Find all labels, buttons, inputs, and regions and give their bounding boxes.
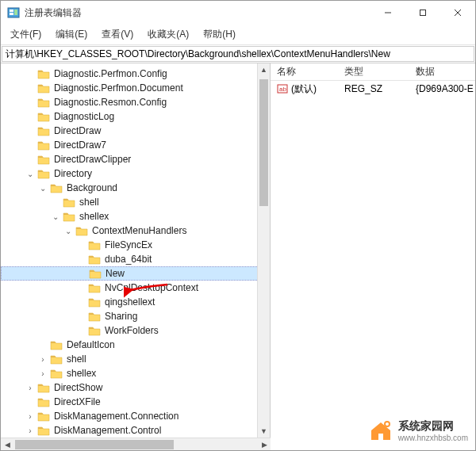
folder-icon bbox=[37, 97, 50, 108]
expander-icon[interactable]: ⌄ bbox=[25, 168, 36, 179]
tree-item[interactable]: ⌄shellex bbox=[1, 209, 270, 224]
menu-view[interactable]: 查看(V) bbox=[95, 26, 140, 43]
address-bar bbox=[1, 45, 475, 63]
expander-icon[interactable] bbox=[75, 325, 86, 336]
tree-label: duba_64bit bbox=[104, 254, 152, 265]
tree-label: FileSyncEx bbox=[104, 239, 153, 250]
expander-icon[interactable] bbox=[25, 396, 36, 407]
list-pane[interactable]: 名称 类型 数据 ab (默认) REG_SZ {D969A300-E bbox=[271, 63, 475, 438]
expander-icon[interactable]: › bbox=[37, 354, 48, 365]
folder-icon bbox=[37, 82, 50, 94]
tree-item[interactable]: DirectDraw bbox=[1, 124, 270, 138]
expander-icon[interactable]: ⌄ bbox=[50, 211, 61, 222]
tree-item[interactable]: Diagnostic.Perfmon.Document bbox=[1, 81, 270, 95]
registry-editor-window: 注册表编辑器 文件(F) 编辑(E) 查看(V) 收藏夹(A) 帮助(H) Di… bbox=[0, 0, 476, 451]
tree-item[interactable]: FileSyncEx bbox=[1, 238, 270, 252]
tree-item[interactable]: DirectDraw7 bbox=[1, 138, 270, 152]
string-value-icon: ab bbox=[277, 83, 288, 94]
expander-icon[interactable]: › bbox=[25, 382, 36, 393]
tree-label: shellex bbox=[79, 211, 109, 222]
tree-item[interactable]: DiagnosticLog bbox=[1, 109, 270, 124]
expander-icon[interactable] bbox=[75, 296, 86, 308]
expander-icon[interactable] bbox=[25, 140, 36, 151]
tree-label: DiskManagement.Control bbox=[53, 425, 162, 436]
folder-icon bbox=[37, 168, 50, 179]
tree-item[interactable]: NvCplDesktopContext bbox=[1, 281, 270, 295]
menu-file[interactable]: 文件(F) bbox=[4, 26, 48, 43]
menu-help[interactable]: 帮助(H) bbox=[197, 26, 242, 43]
expander-icon[interactable] bbox=[50, 197, 61, 208]
svg-rect-2 bbox=[10, 13, 13, 15]
expander-icon[interactable] bbox=[76, 268, 87, 279]
expander-icon[interactable] bbox=[25, 68, 36, 79]
tree-item[interactable]: WorkFolders bbox=[1, 323, 270, 338]
expander-icon[interactable] bbox=[75, 239, 86, 250]
tree-pane[interactable]: Diagnostic.Perfmon.ConfigDiagnostic.Perf… bbox=[1, 63, 271, 438]
expander-icon[interactable] bbox=[25, 125, 36, 136]
list-row[interactable]: ab (默认) REG_SZ {D969A300-E bbox=[271, 81, 475, 97]
tree-label: Directory bbox=[53, 168, 93, 179]
folder-icon bbox=[37, 154, 50, 165]
folder-icon bbox=[63, 211, 75, 222]
tree-item[interactable]: ›DiskManagement.Connection bbox=[1, 409, 270, 423]
scroll-thumb-h[interactable] bbox=[15, 440, 174, 449]
expander-icon[interactable] bbox=[25, 154, 36, 165]
tree-item[interactable]: qingshellext bbox=[1, 295, 270, 309]
tree-item[interactable]: DirectDrawClipper bbox=[1, 152, 270, 166]
scroll-up-arrow-icon[interactable]: ▲ bbox=[258, 63, 270, 76]
expander-icon[interactable]: ⌄ bbox=[37, 182, 48, 193]
folder-icon bbox=[37, 68, 50, 79]
menu-edit[interactable]: 编辑(E) bbox=[49, 26, 94, 43]
tree-label: DirectShow bbox=[53, 382, 103, 393]
expander-icon[interactable] bbox=[75, 254, 86, 265]
tree-item[interactable]: ⌄ContextMenuHandlers bbox=[1, 224, 270, 238]
tree-item[interactable]: Diagnostic.Perfmon.Config bbox=[1, 67, 270, 81]
tree-item[interactable]: ›DiskManagement.Control bbox=[1, 423, 270, 438]
expander-icon[interactable]: › bbox=[25, 425, 36, 436]
tree-item[interactable]: Sharing bbox=[1, 309, 270, 323]
tree-label: New bbox=[105, 268, 125, 279]
tree-label: DiskManagement.Connection bbox=[53, 411, 179, 422]
tree-item[interactable]: DefaultIcon bbox=[1, 338, 270, 352]
tree-item[interactable]: DirectXFile bbox=[1, 395, 270, 409]
tree-item[interactable]: ›DirectShow bbox=[1, 380, 270, 395]
svg-rect-3 bbox=[14, 10, 17, 15]
close-button[interactable] bbox=[440, 1, 475, 25]
folder-icon bbox=[88, 254, 101, 265]
expander-icon[interactable] bbox=[75, 282, 86, 293]
expander-icon[interactable] bbox=[25, 82, 36, 94]
tree-item[interactable]: Diagnostic.Resmon.Config bbox=[1, 95, 270, 109]
tree-item[interactable]: shell bbox=[1, 195, 270, 209]
expander-icon[interactable] bbox=[75, 311, 86, 322]
tree-scrollbar-horizontal[interactable]: ◀ ▶ bbox=[1, 438, 271, 450]
folder-icon bbox=[37, 140, 50, 151]
scroll-down-arrow-icon[interactable]: ▼ bbox=[258, 425, 270, 438]
scroll-thumb[interactable] bbox=[259, 79, 268, 206]
column-header-name[interactable]: 名称 bbox=[271, 65, 338, 78]
expander-icon[interactable]: › bbox=[25, 411, 36, 422]
expander-icon[interactable] bbox=[25, 111, 36, 122]
tree-scrollbar-vertical[interactable]: ▲ ▼ bbox=[257, 63, 270, 438]
expander-icon[interactable] bbox=[37, 339, 48, 350]
folder-icon bbox=[50, 368, 63, 379]
expander-icon[interactable]: › bbox=[37, 368, 48, 379]
expander-icon[interactable]: ⌄ bbox=[63, 225, 74, 236]
minimize-button[interactable] bbox=[370, 1, 405, 25]
tree-item[interactable]: duba_64bit bbox=[1, 252, 270, 266]
tree-item[interactable]: ›shell bbox=[1, 352, 270, 366]
column-header-type[interactable]: 类型 bbox=[338, 65, 409, 78]
tree-label: shell bbox=[66, 354, 87, 365]
tree-item[interactable]: ⌄Background bbox=[1, 181, 270, 195]
expander-icon[interactable] bbox=[25, 97, 36, 108]
menu-favorites[interactable]: 收藏夹(A) bbox=[141, 26, 195, 43]
folder-icon bbox=[88, 239, 101, 250]
maximize-button[interactable] bbox=[405, 1, 440, 25]
column-header-data[interactable]: 数据 bbox=[409, 65, 475, 78]
address-input[interactable] bbox=[2, 46, 474, 62]
folder-icon bbox=[88, 282, 101, 293]
scroll-right-arrow-icon[interactable]: ▶ bbox=[258, 438, 271, 451]
tree-item[interactable]: ⌄Directory bbox=[1, 166, 270, 181]
tree-item[interactable]: New bbox=[1, 266, 270, 281]
scroll-left-arrow-icon[interactable]: ◀ bbox=[1, 438, 13, 451]
tree-item[interactable]: ›shellex bbox=[1, 366, 270, 380]
